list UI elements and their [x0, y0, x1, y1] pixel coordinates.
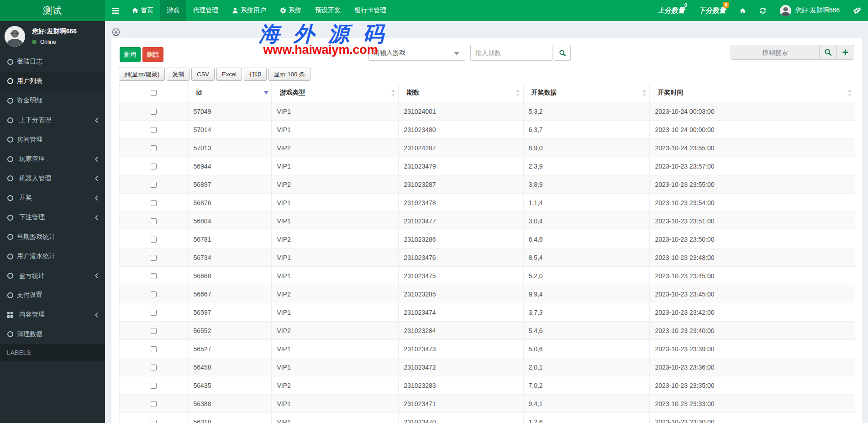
avatar [780, 5, 791, 16]
home-shortcut-button[interactable] [733, 0, 752, 21]
row-checkbox[interactable] [151, 127, 157, 133]
main-header: 测试 首页游戏代理管理系统用户系统预设开奖银行卡管理 上分数量0 下分数量0 [0, 0, 868, 21]
placeholder-hexagon-icon [112, 28, 120, 36]
top-menu-item-5[interactable]: 系统 [274, 0, 307, 21]
sidebar-item-12[interactable]: 盈亏统计 [0, 266, 105, 286]
sidebar-item-2[interactable]: 用户列表 [0, 72, 105, 91]
sidebar-item-label: 盈亏统计 [19, 272, 45, 280]
fuzzy-search-input[interactable] [731, 45, 819, 59]
row-checkbox[interactable] [151, 310, 157, 316]
column-header-1[interactable]: id [188, 83, 272, 102]
sidebar-item-11[interactable]: 用户流水统计 [0, 247, 105, 266]
table-row-13: 56552VIP22310232845,4,62023-10-23 23:40:… [120, 322, 855, 340]
app-logo[interactable]: 测试 [0, 0, 105, 21]
user-menu[interactable]: 您好:发财啊666 [773, 0, 847, 21]
table-row-16: 56435VIP22310232837,0,22023-10-23 23:35:… [120, 376, 855, 395]
top-menu-item-2[interactable]: 游戏 [160, 0, 186, 21]
cell-issue: 231023474 [399, 303, 523, 322]
sidebar-item-6[interactable]: 玩家管理 [0, 149, 105, 169]
top-menu-item-1[interactable]: 首页 [126, 0, 159, 21]
issue-search-button[interactable] [554, 45, 571, 61]
row-checkbox[interactable] [151, 237, 157, 243]
row-checkbox[interactable] [151, 145, 157, 151]
angle-left-icon [95, 195, 98, 201]
delete-button[interactable]: 删除 [142, 47, 163, 62]
sidebar-item-1[interactable]: 登陆日志 [0, 52, 105, 72]
row-checkbox[interactable] [151, 383, 157, 389]
column-header-3[interactable]: 期数 [399, 83, 523, 102]
sidebar-item-13[interactable]: 支付设置 [0, 286, 105, 305]
row-checkbox-cell [120, 121, 188, 139]
top-menu-item-3[interactable]: 代理管理 [187, 0, 224, 21]
sidebar-user-panel: 您好:发财啊666 Online [0, 21, 105, 52]
sidebar-item-10[interactable]: 当期游戏统计 [0, 227, 105, 247]
row-checkbox[interactable] [151, 328, 157, 334]
game-select-value: 请输入游戏 [374, 49, 405, 57]
top-menu-item-7[interactable]: 银行卡管理 [348, 0, 392, 21]
dt-button-4[interactable]: Excel [216, 68, 242, 81]
fuzzy-add-button[interactable] [836, 45, 854, 59]
cell-game_type: VIP2 [272, 322, 399, 340]
table-row-8: 56781VIP22310232866,4,62023-10-23 23:50:… [120, 230, 855, 249]
cell-draw_time: 2023-10-23 23:30:00 [650, 413, 855, 423]
column-header-2[interactable]: 游戏类型 [272, 83, 399, 102]
sidebar-toggle-button[interactable] [105, 0, 126, 21]
row-checkbox-cell [120, 139, 188, 157]
sidebar-item-label: 内容管理 [19, 311, 45, 319]
sidebar-item-9[interactable]: 下注管理 [0, 208, 105, 227]
fuzzy-search-button[interactable] [819, 45, 836, 59]
issue-input[interactable] [470, 45, 552, 61]
select-all-checkbox[interactable] [151, 90, 157, 96]
cell-issue: 231023473 [399, 340, 523, 358]
cell-draw_time: 2023-10-23 23:39:00 [650, 340, 855, 358]
settings-button[interactable] [847, 0, 868, 21]
sidebar-item-4[interactable]: 上下分管理 [0, 111, 105, 130]
cell-issue: 231023286 [399, 230, 523, 249]
row-checkbox[interactable] [151, 365, 157, 370]
column-header-5[interactable]: 开奖时间 [650, 83, 855, 102]
sidebar-user-status[interactable]: Online [32, 39, 56, 45]
sidebar-item-7[interactable]: 机器人管理 [0, 169, 105, 189]
up-score-button[interactable]: 上分数量0 [651, 0, 692, 21]
down-score-button[interactable]: 下分数量0 [692, 0, 733, 21]
row-checkbox[interactable] [151, 182, 157, 188]
dt-button-5[interactable]: 打印 [244, 68, 267, 81]
row-checkbox-cell [120, 230, 188, 249]
row-checkbox[interactable] [151, 273, 157, 279]
top-menu-item-4[interactable]: 系统用户 [226, 0, 272, 21]
game-select[interactable]: 请输入游戏 [368, 45, 465, 61]
sidebar-item-3[interactable]: 资金明细 [0, 91, 105, 111]
cell-id: 56734 [188, 249, 272, 267]
sidebar-item-14[interactable]: 内容管理 [0, 305, 105, 325]
row-checkbox[interactable] [151, 401, 157, 407]
sidebar-item-15[interactable]: 清理数据 [0, 324, 105, 344]
row-checkbox[interactable] [151, 255, 157, 261]
dt-button-3[interactable]: CSV [191, 68, 215, 81]
row-checkbox[interactable] [151, 291, 157, 297]
toolbar: 新增 删除 [120, 47, 165, 62]
cell-draw_time: 2023-10-23 23:42:00 [650, 303, 855, 322]
row-checkbox[interactable] [151, 200, 157, 206]
dt-button-2[interactable]: 复制 [167, 68, 189, 81]
cell-game_type: VIP1 [272, 157, 399, 175]
refresh-button[interactable] [752, 0, 773, 21]
sidebar-item-8[interactable]: 开奖 [0, 188, 105, 208]
row-checkbox[interactable] [151, 218, 157, 224]
circle-o-icon [7, 292, 13, 298]
top-menu-item-label: 游戏 [167, 6, 179, 15]
sidebar-item-5[interactable]: 房间管理 [0, 130, 105, 149]
column-header-4[interactable]: 开奖数据 [523, 83, 650, 102]
row-checkbox[interactable] [151, 420, 157, 423]
sidebar-section-header: LABELS [0, 344, 105, 361]
top-menu-item-label: 银行卡管理 [354, 6, 386, 15]
row-checkbox[interactable] [151, 164, 157, 169]
dt-button-1[interactable]: 列(显示/隐藏) [119, 68, 165, 81]
top-menu-item-6[interactable]: 预设开奖 [309, 0, 347, 21]
user-icon [232, 7, 238, 14]
dt-button-6[interactable]: 显示 100 条 [268, 68, 310, 81]
circle-o-icon [7, 137, 13, 143]
row-checkbox[interactable] [151, 109, 157, 115]
add-button[interactable]: 新增 [120, 47, 141, 62]
cell-game_type: VIP1 [272, 340, 399, 358]
row-checkbox[interactable] [151, 346, 157, 352]
